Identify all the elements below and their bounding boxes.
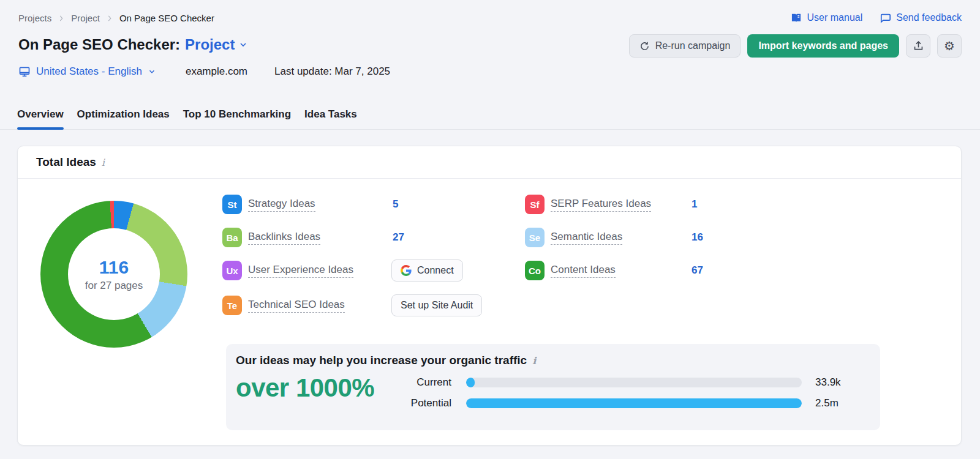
total-ideas-donut: 116 for 27 pages bbox=[40, 201, 187, 348]
connect-google-label: Connect bbox=[417, 265, 454, 276]
total-ideas-count: 116 bbox=[99, 257, 129, 278]
send-feedback-link[interactable]: Send feedback bbox=[880, 12, 962, 24]
header-links: User manual Send feedback bbox=[790, 12, 962, 24]
potential-value: 2.5m bbox=[815, 397, 839, 409]
info-icon[interactable]: i bbox=[102, 157, 105, 168]
tab-optimization-ideas[interactable]: Optimization Ideas bbox=[77, 106, 170, 129]
chevron-down-icon bbox=[148, 67, 156, 76]
book-icon bbox=[790, 12, 802, 24]
send-feedback-label: Send feedback bbox=[896, 12, 962, 23]
current-bar-fill bbox=[466, 378, 475, 387]
strategy-badge: St bbox=[222, 195, 242, 214]
breadcrumb: Projects Project On Page SEO Checker bbox=[18, 13, 214, 23]
project-selector-label: Project bbox=[185, 36, 235, 53]
project-selector[interactable]: Project bbox=[185, 36, 248, 53]
idea-row-semantic: Se Semantic Ideas bbox=[525, 228, 622, 247]
total-ideas-card: Total Ideas i 116 for 27 pages St Strate… bbox=[17, 146, 962, 446]
tab-top10-benchmarking[interactable]: Top 10 Benchmarking bbox=[183, 106, 291, 129]
last-update: Last update: Mar 7, 2025 bbox=[274, 65, 390, 78]
setup-site-audit-button[interactable]: Set up Site Audit bbox=[391, 294, 482, 316]
strategy-ideas-link[interactable]: Strategy Ideas bbox=[248, 198, 315, 212]
idea-row-serp-features: Sf SERP Features Ideas bbox=[525, 195, 651, 214]
card-header: Total Ideas i bbox=[18, 146, 961, 179]
potential-bar-fill bbox=[466, 398, 802, 408]
gear-icon: ⚙ bbox=[944, 40, 955, 52]
serp-features-ideas-link[interactable]: SERP Features Ideas bbox=[551, 198, 651, 212]
tab-bar: Overview Optimization Ideas Top 10 Bench… bbox=[0, 106, 980, 130]
page-title: On Page SEO Checker: Project bbox=[18, 36, 248, 53]
potential-bar-track bbox=[466, 398, 802, 408]
import-keywords-button[interactable]: Import keywords and pages bbox=[747, 34, 899, 58]
user-manual-link[interactable]: User manual bbox=[790, 12, 863, 24]
user-experience-ideas-link[interactable]: User Experience Ideas bbox=[248, 264, 353, 278]
semantic-ideas-link[interactable]: Semantic Ideas bbox=[551, 231, 622, 245]
donut-center: 116 for 27 pages bbox=[68, 228, 160, 320]
traffic-heading-text: Our ideas may help you increase your org… bbox=[236, 354, 527, 367]
settings-button[interactable]: ⚙ bbox=[937, 34, 962, 58]
traffic-heading: Our ideas may help you increase your org… bbox=[236, 354, 536, 367]
user-manual-label: User manual bbox=[807, 12, 863, 23]
technical-seo-ideas-link[interactable]: Technical SEO Ideas bbox=[248, 299, 345, 313]
serp-features-ideas-count[interactable]: 1 bbox=[692, 198, 697, 211]
idea-row-technical-seo: Te Technical SEO Ideas bbox=[222, 296, 345, 315]
tab-idea-tasks[interactable]: Idea Tasks bbox=[304, 106, 357, 129]
campaign-meta: United States - English example.com Last… bbox=[18, 64, 390, 80]
content-ideas-link[interactable]: Content Ideas bbox=[551, 264, 616, 278]
locale-label: United States - English bbox=[36, 65, 142, 78]
export-button[interactable] bbox=[906, 34, 930, 58]
organic-traffic-panel: Our ideas may help you increase your org… bbox=[226, 344, 880, 430]
backlinks-badge: Ba bbox=[222, 228, 242, 247]
header-actions: Re-run campaign Import keywords and page… bbox=[629, 34, 962, 58]
content-badge: Co bbox=[525, 261, 545, 280]
potential-label: Potential bbox=[390, 397, 451, 409]
info-icon[interactable]: i bbox=[532, 355, 536, 367]
card-title: Total Ideas bbox=[36, 155, 96, 169]
technical-seo-badge: Te bbox=[222, 296, 242, 315]
page: { "colors": { "page_bg": "#f3f4f8", "lin… bbox=[0, 0, 980, 459]
backlinks-ideas-count[interactable]: 27 bbox=[393, 231, 404, 244]
feedback-bubble-icon bbox=[880, 12, 891, 24]
campaign-domain: example.com bbox=[186, 65, 247, 78]
chevron-down-icon bbox=[238, 40, 248, 50]
connect-google-button[interactable]: Connect bbox=[391, 259, 463, 282]
backlinks-ideas-link[interactable]: Backlinks Ideas bbox=[248, 231, 320, 245]
content-ideas-count[interactable]: 67 bbox=[692, 264, 703, 277]
breadcrumb-current: On Page SEO Checker bbox=[119, 13, 214, 23]
strategy-ideas-count[interactable]: 5 bbox=[393, 198, 398, 211]
idea-row-content: Co Content Ideas bbox=[525, 261, 616, 280]
total-ideas-pages: for 27 pages bbox=[85, 280, 143, 292]
traffic-bars: Current 33.9k Potential 2.5m bbox=[390, 375, 841, 416]
idea-row-backlinks: Ba Backlinks Ideas bbox=[222, 228, 320, 247]
refresh-icon bbox=[639, 41, 650, 51]
breadcrumb-projects[interactable]: Projects bbox=[18, 13, 51, 23]
current-bar-track bbox=[466, 378, 802, 387]
tab-overview[interactable]: Overview bbox=[17, 106, 64, 129]
google-logo-icon bbox=[401, 265, 412, 276]
current-value: 33.9k bbox=[815, 376, 841, 389]
setup-site-audit-label: Set up Site Audit bbox=[401, 300, 473, 311]
breadcrumb-project[interactable]: Project bbox=[71, 13, 100, 23]
serp-features-badge: Sf bbox=[525, 195, 545, 214]
semantic-badge: Se bbox=[525, 228, 545, 247]
user-experience-badge: Ux bbox=[222, 261, 242, 280]
traffic-row-current: Current 33.9k bbox=[390, 375, 841, 390]
rerun-campaign-label: Re-run campaign bbox=[655, 40, 731, 51]
upload-icon bbox=[913, 40, 924, 52]
locale-selector[interactable]: United States - English bbox=[18, 65, 156, 78]
chevron-right-icon bbox=[105, 14, 114, 23]
semantic-ideas-count[interactable]: 16 bbox=[692, 231, 703, 244]
rerun-campaign-button[interactable]: Re-run campaign bbox=[629, 34, 741, 58]
traffic-row-potential: Potential 2.5m bbox=[390, 395, 841, 411]
idea-row-strategy: St Strategy Ideas bbox=[222, 195, 315, 214]
traffic-increase-value: over 1000% bbox=[236, 373, 374, 403]
idea-row-user-experience: Ux User Experience Ideas bbox=[222, 261, 353, 280]
page-title-text: On Page SEO Checker: bbox=[18, 36, 180, 53]
chevron-right-icon bbox=[57, 14, 66, 23]
current-label: Current bbox=[390, 376, 451, 389]
monitor-icon bbox=[18, 65, 31, 78]
